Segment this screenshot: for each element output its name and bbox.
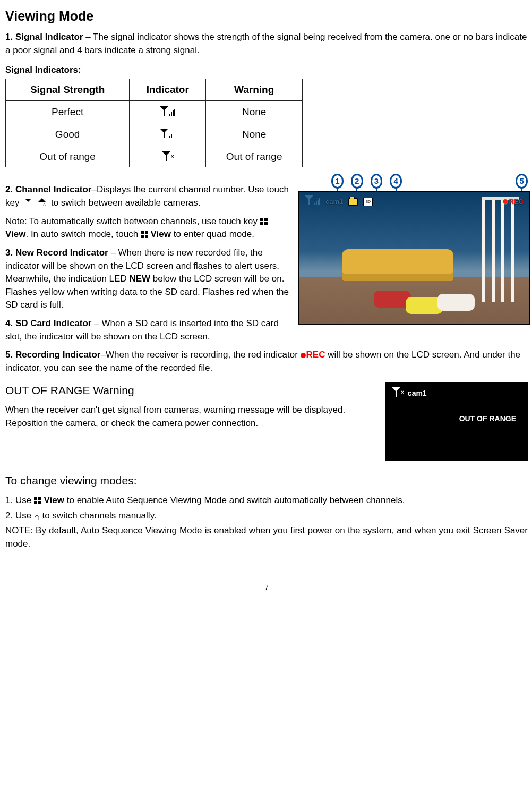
out-of-range-figure: cam1 OUT OF RANGE (385, 382, 528, 461)
heading-1: 1. Signal Indicator (5, 32, 83, 42)
callout-1: 1 (331, 174, 344, 189)
callout-3: 3 (371, 174, 383, 189)
table-row: Perfect None (6, 100, 303, 123)
text: to switch between available cameras. (51, 198, 201, 208)
antenna-icon (162, 154, 170, 161)
no-signal-icon (170, 151, 174, 162)
callout-4: 4 (390, 174, 402, 189)
hud-rec-indicator: REC (503, 197, 524, 207)
signal-bars-icon (169, 127, 175, 142)
hud-sd-card-icon: SD (363, 198, 373, 206)
rec-label: REC (306, 350, 325, 360)
view-label: View (151, 229, 171, 239)
hud-channel-label: cam1 (325, 197, 343, 207)
grid-view-icon (260, 218, 268, 225)
change-viewing-modes-heading: To change viewing modes: (5, 473, 528, 489)
rec-dot-icon (301, 350, 306, 360)
cell: None (206, 100, 303, 123)
th-indicator: Indicator (130, 79, 206, 101)
pillow-graphic (437, 294, 475, 311)
new-label: NEW (129, 274, 150, 284)
grid-view-icon (141, 231, 148, 238)
text: to enable Auto Sequence Viewing Mode and… (64, 495, 405, 505)
cell: None (206, 123, 303, 146)
text: Flashes yellow when writing data to the … (5, 287, 289, 310)
hud-new-record-icon (348, 198, 358, 206)
step-1: 1. Use View to enable Auto Sequence View… (5, 494, 528, 507)
cell: Out of range (6, 146, 130, 167)
table-row: Out of range Out of range (6, 146, 303, 167)
text: –When the receiver is recording, the red… (100, 350, 300, 360)
note-default-mode: NOTE: By default, Auto Sequence Viewing … (5, 524, 528, 550)
text: 2. Use (5, 510, 34, 521)
th-warning: Warning (206, 79, 303, 101)
table-row: Good None (6, 123, 303, 146)
cell: Perfect (6, 100, 130, 123)
antenna-icon (160, 131, 168, 138)
oor-channel-label: cam1 (408, 388, 427, 398)
heading-2: 2. Channel Indicator (5, 184, 91, 194)
callout-2: 2 (351, 174, 363, 189)
page-title: Viewing Mode (5, 6, 528, 25)
callout-5: 5 (516, 174, 528, 189)
text: to enter quad mode. (171, 229, 254, 239)
cell-indicator (130, 123, 206, 146)
signal-indicators-heading: Signal Indicators: (5, 64, 528, 77)
step-2: 2. Use ⌂ to switch channels manually. (5, 509, 528, 523)
heading-5: 5. Recording Indicator (5, 350, 100, 360)
text: . In auto switch mode, touch (25, 229, 140, 239)
cell: Out of range (206, 146, 303, 167)
th-strength: Signal Strength (6, 79, 130, 101)
oor-signal-icon (392, 388, 404, 398)
signal-bars-icon (169, 105, 175, 120)
text: – The signal indicator shows the strengt… (5, 32, 527, 55)
view-label: View (44, 495, 64, 505)
nav-down-home-icon: ⌂ (22, 197, 48, 208)
signal-indicators-table: Signal Strength Indicator Warning Perfec… (5, 79, 303, 167)
heading-4: 4. SD Card Indicator (5, 318, 91, 328)
text: 1. Use (5, 495, 34, 505)
text: below the LCD screen will be on. (150, 274, 284, 284)
antenna-icon (160, 108, 168, 116)
oor-message: OUT OF RANGE (459, 413, 516, 424)
heading-3: 3. New Record Indicator (5, 248, 108, 258)
cell-indicator (130, 146, 206, 167)
sofa-graphic (342, 249, 453, 281)
para-recording-indicator: 5. Recording Indicator–When the receiver… (5, 348, 528, 375)
cell: Good (6, 123, 130, 146)
railing-graphic (482, 197, 519, 302)
cell-indicator (130, 100, 206, 123)
view-label: View (5, 229, 25, 239)
text: Note: To automatically switch between ch… (5, 216, 260, 226)
page-number: 7 (5, 583, 528, 593)
text: to switch channels manually. (42, 510, 156, 521)
para-signal-indicator: 1. Signal Indicator – The signal indicat… (5, 31, 528, 57)
lcd-preview-figure: 1 2 3 4 5 cam1 SD REC (298, 174, 528, 325)
hud-signal-icon (305, 195, 320, 208)
grid-view-icon (34, 497, 41, 504)
